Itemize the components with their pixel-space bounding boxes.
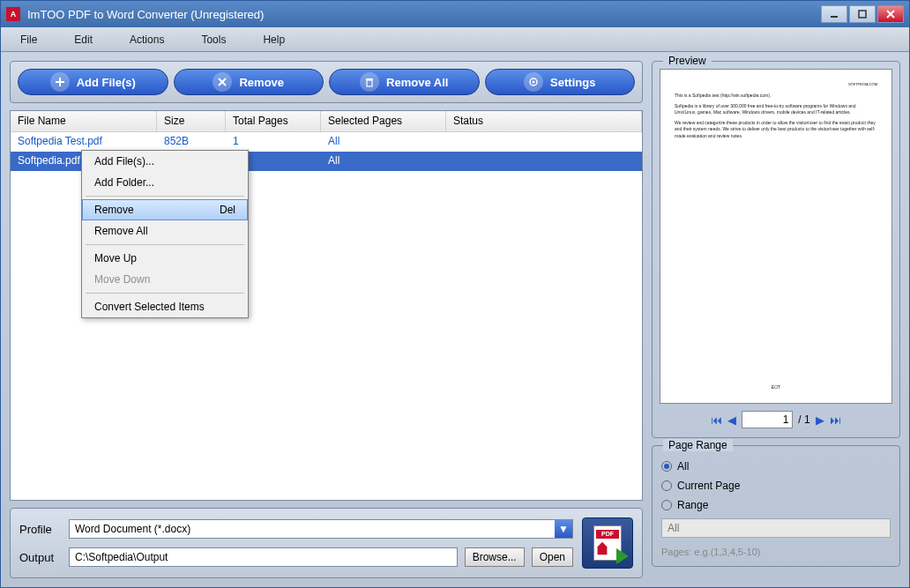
menu-edit[interactable]: Edit [63, 30, 119, 49]
separator [86, 293, 244, 294]
profile-select[interactable]: Word Document (*.docx) ▼ [69, 519, 573, 539]
minimize-button[interactable] [821, 5, 847, 23]
svg-rect-5 [56, 81, 64, 83]
last-page-button[interactable]: ⏭ [830, 413, 841, 427]
radio-icon [661, 500, 672, 510]
page-nav: ⏮ ◀ / 1 ▶ ⏭ [660, 404, 892, 430]
menu-file[interactable]: File [10, 30, 63, 49]
trash-icon [360, 72, 379, 92]
separator [86, 196, 244, 197]
preview-page: SOFTPEDIA.COM This is a Softpedia test (… [660, 69, 892, 404]
ctx-move-up[interactable]: Move Up [82, 248, 248, 269]
range-hint: Pages: e.g.(1,3,4,5-10) [661, 547, 891, 557]
output-input[interactable] [69, 547, 458, 567]
menu-tools[interactable]: Tools [190, 30, 252, 49]
maximize-button[interactable] [849, 5, 876, 23]
next-page-button[interactable]: ▶ [816, 413, 824, 427]
remove-icon [213, 72, 232, 92]
arrow-icon [616, 548, 629, 564]
menu-actions[interactable]: Actions [119, 30, 190, 49]
preview-panel: Preview SOFTPEDIA.COM This is a Softpedi… [652, 61, 900, 438]
range-current-option[interactable]: Current Page [661, 476, 891, 495]
file-list: File Name Size Total Pages Selected Page… [10, 110, 643, 501]
svg-rect-9 [366, 78, 373, 80]
svg-rect-1 [859, 11, 866, 18]
ctx-add-folder[interactable]: Add Folder... [82, 172, 248, 193]
first-page-button[interactable]: ⏮ [711, 413, 722, 427]
column-filename[interactable]: File Name [11, 111, 157, 131]
page-total: / 1 [798, 413, 809, 426]
page-input[interactable] [742, 411, 793, 428]
range-input [661, 518, 891, 538]
column-status[interactable]: Status [446, 111, 642, 131]
titlebar: A ImTOO PDF to Word Converter (Unregiste… [1, 1, 909, 27]
gear-icon [524, 72, 543, 92]
range-range-option[interactable]: Range [661, 495, 891, 515]
close-button[interactable] [877, 5, 904, 23]
radio-icon [661, 480, 672, 491]
main-window: A ImTOO PDF to Word Converter (Unregiste… [0, 0, 910, 588]
menu-help[interactable]: Help [252, 30, 311, 49]
separator [86, 244, 244, 245]
svg-point-11 [533, 81, 535, 84]
column-size[interactable]: Size [157, 111, 226, 131]
table-row[interactable]: Softpedia Test.pdf 852B 1 All [11, 132, 642, 152]
ctx-move-down: Move Down [82, 269, 248, 290]
convert-button[interactable]: PDF [582, 517, 633, 569]
ctx-remove[interactable]: Remove Del [82, 199, 248, 220]
range-all-option[interactable]: All [661, 457, 891, 476]
prev-page-button[interactable]: ◀ [727, 413, 736, 427]
toolbar: Add File(s) Remove Remove All Settings [10, 61, 643, 103]
settings-button[interactable]: Settings [485, 69, 636, 95]
profile-label: Profile [19, 523, 62, 536]
remove-all-button[interactable]: Remove All [329, 69, 480, 95]
menubar: File Edit Actions Tools Help [1, 27, 909, 52]
svg-rect-8 [367, 80, 372, 86]
bottom-bar: Profile Word Document (*.docx) ▼ Output … [10, 508, 643, 578]
remove-button[interactable]: Remove [174, 69, 324, 95]
ctx-add-files[interactable]: Add File(s)... [82, 151, 248, 172]
ctx-convert[interactable]: Convert Selected Items [82, 296, 248, 317]
add-files-button[interactable]: Add File(s) [18, 69, 168, 95]
ctx-remove-all[interactable]: Remove All [82, 220, 248, 242]
column-total[interactable]: Total Pages [226, 111, 321, 131]
column-selected[interactable]: Selected Pages [321, 111, 446, 131]
list-header: File Name Size Total Pages Selected Page… [11, 111, 642, 132]
range-label: Page Range [663, 439, 733, 451]
output-label: Output [19, 551, 62, 564]
context-menu: Add File(s)... Add Folder... Remove Del … [81, 150, 249, 318]
preview-label: Preview [663, 55, 712, 67]
app-icon: A [6, 7, 20, 21]
chevron-down-icon: ▼ [555, 520, 572, 538]
window-title: ImTOO PDF to Word Converter (Unregistere… [27, 8, 821, 21]
page-range-panel: Page Range All Current Page Range Pages:… [652, 445, 900, 567]
add-icon [50, 72, 70, 92]
open-button[interactable]: Open [532, 547, 573, 567]
radio-icon [661, 461, 672, 472]
browse-button[interactable]: Browse... [465, 547, 525, 567]
